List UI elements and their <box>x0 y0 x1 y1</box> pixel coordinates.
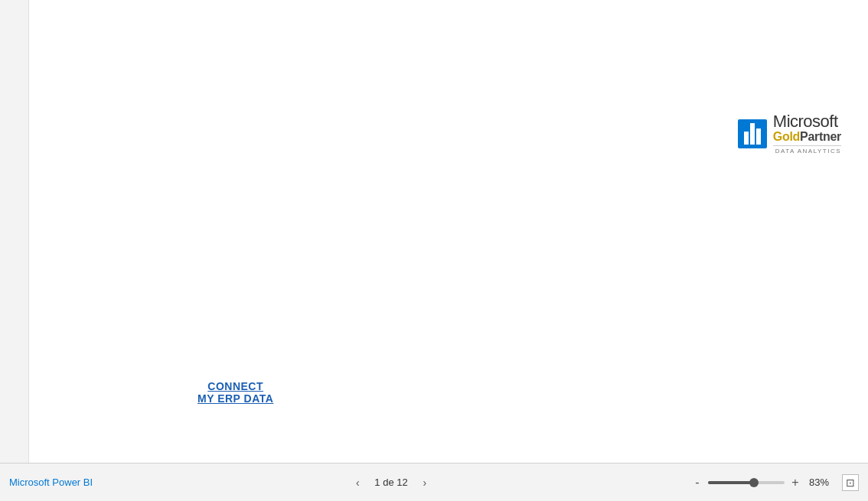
zoom-controls: - + <box>690 475 803 490</box>
bottom-left: Microsoft Power BI <box>9 477 93 488</box>
main-area: Microsoft GoldPartner DATA ANALYTICS CON… <box>0 0 868 463</box>
gold-label: Gold <box>773 130 800 143</box>
ms-logo-container: Microsoft GoldPartner DATA ANALYTICS <box>738 113 841 155</box>
next-page-button[interactable]: › <box>417 475 432 490</box>
bar-chart-icon <box>738 119 767 148</box>
zoom-slider-fill <box>708 481 754 484</box>
zoom-percent-label: 83% <box>809 477 836 488</box>
connect-text[interactable]: CONNECT <box>207 380 263 392</box>
bar3 <box>756 129 761 145</box>
bottom-right: - + 83% ⊡ <box>690 474 859 491</box>
zoom-in-button[interactable]: + <box>788 475 803 490</box>
page-indicator: 1 de 12 <box>374 477 407 488</box>
ms-gold-partner-badge: Microsoft GoldPartner DATA ANALYTICS <box>738 113 841 155</box>
bottom-center: ‹ 1 de 12 › <box>350 475 432 490</box>
zoom-out-button[interactable]: - <box>690 475 705 490</box>
bar2 <box>750 123 755 145</box>
zoom-slider[interactable] <box>708 481 785 484</box>
gold-partner-line: GoldPartner <box>773 130 841 144</box>
left-sidebar <box>0 0 29 463</box>
bar1 <box>744 132 749 145</box>
bottom-bar: Microsoft Power BI ‹ 1 de 12 › - + 83% ⊡ <box>0 463 868 501</box>
prev-page-button[interactable]: ‹ <box>350 475 365 490</box>
fit-page-icon: ⊡ <box>846 477 855 489</box>
data-analytics-label: DATA ANALYTICS <box>773 145 841 155</box>
zoom-slider-thumb[interactable] <box>749 478 759 487</box>
microsoft-label: Microsoft <box>773 113 841 130</box>
connect-link[interactable]: CONNECT MY ERP DATA <box>197 380 273 405</box>
content-area: Microsoft GoldPartner DATA ANALYTICS CON… <box>29 0 868 463</box>
fit-page-button[interactable]: ⊡ <box>842 474 859 491</box>
ms-text-block: Microsoft GoldPartner DATA ANALYTICS <box>773 113 841 155</box>
power-bi-link[interactable]: Microsoft Power BI <box>9 477 93 488</box>
partner-label: Partner <box>800 130 841 143</box>
erp-data-text[interactable]: MY ERP DATA <box>197 392 273 405</box>
